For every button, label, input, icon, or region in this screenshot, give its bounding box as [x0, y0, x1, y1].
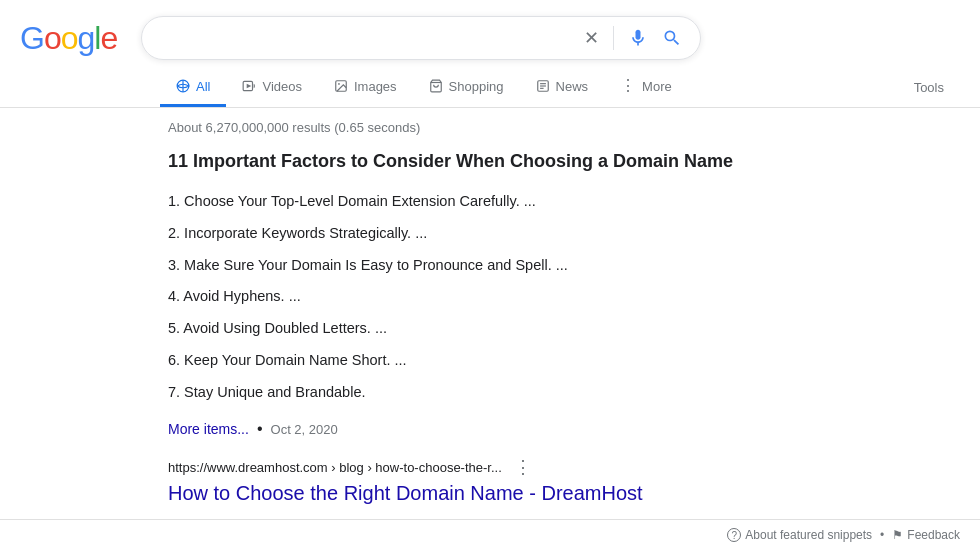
question-circle-icon: ? — [727, 528, 741, 542]
list-item: 5. Avoid Using Doubled Letters. ... — [168, 313, 828, 345]
icon-divider — [613, 26, 614, 50]
list-item: 2. Incorporate Keywords Strategically. .… — [168, 218, 828, 250]
logo-e: e — [100, 20, 117, 57]
tab-shopping-label: Shopping — [449, 79, 504, 94]
more-options-button[interactable]: ⋮ — [510, 454, 536, 480]
search-icons: ✕ — [582, 25, 684, 51]
tab-more-label: More — [642, 79, 672, 94]
list-item: 3. Make Sure Your Domain Is Easy to Pron… — [168, 250, 828, 282]
search-button[interactable] — [660, 26, 684, 50]
tab-more[interactable]: ⋮ More — [604, 68, 688, 107]
tab-videos-label: Videos — [262, 79, 302, 94]
featured-snippet: 11 Important Factors to Consider When Ch… — [168, 151, 828, 505]
svg-point-6 — [338, 83, 340, 85]
tab-images-label: Images — [354, 79, 397, 94]
result-url-row: https://www.dreamhost.com › blog › how-t… — [168, 454, 828, 480]
svg-marker-4 — [247, 84, 252, 89]
tools-tab[interactable]: Tools — [898, 70, 960, 105]
footer-dot: • — [257, 420, 263, 438]
tab-all[interactable]: All — [160, 69, 226, 107]
result-url: https://www.dreamhost.com › blog › how-t… — [168, 460, 502, 475]
tab-videos[interactable]: Videos — [226, 69, 318, 107]
videos-icon — [242, 79, 256, 93]
more-dots-icon: ⋮ — [620, 78, 636, 94]
microphone-icon — [628, 28, 648, 48]
bottom-bar: ? About featured snippets • ⚑ Feedback — [0, 519, 980, 550]
snippet-title: 11 Important Factors to Consider When Ch… — [168, 151, 828, 172]
feedback-item[interactable]: ⚑ Feedback — [892, 528, 960, 542]
logo-g2: g — [77, 20, 94, 57]
snippet-list: 1. Choose Your Top-Level Domain Extensio… — [168, 186, 828, 408]
google-logo: Google — [20, 20, 117, 57]
tab-images[interactable]: Images — [318, 69, 413, 107]
all-icon — [176, 79, 190, 93]
clear-button[interactable]: ✕ — [582, 25, 601, 51]
more-items-link[interactable]: More items... — [168, 421, 249, 437]
logo-g: G — [20, 20, 44, 57]
list-item: 1. Choose Your Top-Level Domain Extensio… — [168, 186, 828, 218]
results-area: About 6,270,000,000 results (0.65 second… — [0, 108, 980, 517]
tab-all-label: All — [196, 79, 210, 94]
search-bar[interactable]: how to choose a domain name ✕ — [141, 16, 701, 60]
logo-o2: o — [61, 20, 78, 57]
tab-shopping[interactable]: Shopping — [413, 69, 520, 107]
feedback-label: Feedback — [907, 528, 960, 542]
voice-search-button[interactable] — [626, 26, 650, 50]
list-item: 6. Keep Your Domain Name Short. ... — [168, 345, 828, 377]
logo-o1: o — [44, 20, 61, 57]
list-item: 4. Avoid Hyphens. ... — [168, 281, 828, 313]
results-count: About 6,270,000,000 results (0.65 second… — [168, 120, 960, 135]
images-icon — [334, 79, 348, 93]
search-icon — [662, 28, 682, 48]
search-input[interactable]: how to choose a domain name — [158, 29, 574, 47]
list-item: 7. Stay Unique and Brandable. — [168, 377, 828, 409]
about-snippets-item[interactable]: ? About featured snippets — [727, 528, 872, 542]
about-snippets-label: About featured snippets — [745, 528, 872, 542]
snippet-footer: More items... • Oct 2, 2020 — [168, 420, 828, 438]
flag-icon: ⚑ — [892, 528, 903, 542]
snippet-date: Oct 2, 2020 — [271, 422, 338, 437]
three-dots-icon: ⋮ — [514, 457, 532, 477]
clear-icon: ✕ — [584, 27, 599, 49]
tab-news[interactable]: News — [520, 69, 605, 107]
shopping-icon — [429, 79, 443, 93]
svg-marker-3 — [254, 84, 255, 89]
result-title-link[interactable]: How to Choose the Right Domain Name - Dr… — [168, 482, 828, 505]
header: Google how to choose a domain name ✕ — [0, 0, 980, 60]
tab-news-label: News — [556, 79, 589, 94]
nav-tabs: All Videos Images Shopping News ⋮ More T… — [0, 68, 980, 108]
separator-dot: • — [880, 528, 884, 542]
news-icon — [536, 79, 550, 93]
